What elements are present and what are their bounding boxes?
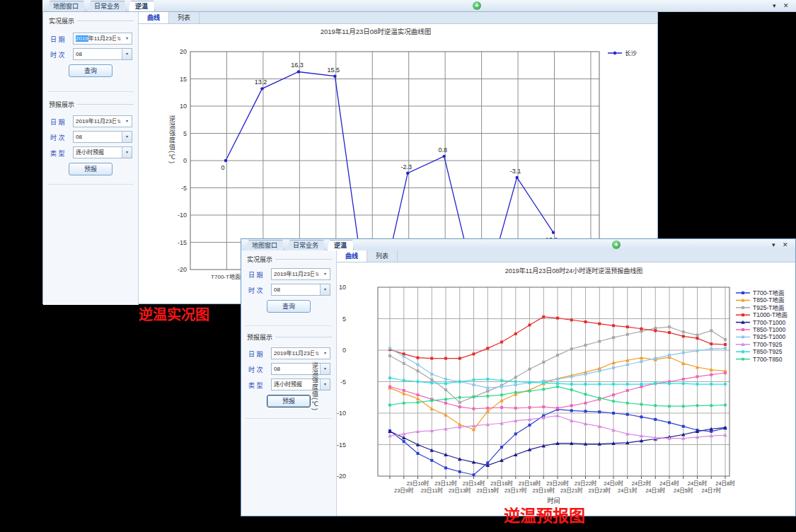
panel-divider	[47, 91, 134, 92]
legend-label: T925-T1000	[753, 333, 786, 340]
chevron-down-icon[interactable]: ▾	[122, 147, 132, 158]
add-tab-icon[interactable]: +	[473, 1, 481, 10]
y-tick-label: -10	[337, 410, 346, 417]
panel-divider	[246, 418, 332, 419]
forecast-time-select[interactable]: 08 ▾	[73, 131, 132, 143]
y-tick-label: 10	[180, 103, 187, 110]
spinner-icon[interactable]: ⇅	[116, 33, 122, 44]
query-button[interactable]: 查询	[69, 64, 113, 77]
tab-inversion[interactable]: 逆温	[327, 240, 354, 251]
type-row: 类 型 逐小时预报 ▾	[241, 378, 336, 391]
actual-time-select[interactable]: 08 ▾	[73, 48, 132, 60]
point-label: 16.3	[291, 62, 304, 69]
x-tick-label: 23日18时	[519, 480, 541, 487]
chevron-down-icon[interactable]: ▾	[320, 284, 330, 295]
x-tick-label: 23日10时	[407, 480, 429, 487]
tab-daily-business[interactable]: 日常业务	[87, 1, 127, 12]
spinner-icon[interactable]: ⇅	[116, 116, 122, 127]
spinner-icon[interactable]: ⇅	[314, 269, 321, 279]
chevron-down-icon[interactable]: ▾	[321, 348, 330, 359]
tab-list[interactable]: 列表	[169, 12, 200, 23]
forecast-button[interactable]: 预报	[69, 163, 113, 175]
x-tick-label: 23日16时	[490, 480, 513, 487]
x-tick-label: 24日4时	[659, 480, 679, 487]
x-tick-label: 24日0时	[604, 480, 623, 487]
legend-label: T700-T1000	[753, 319, 786, 326]
legend-label: T925-T地面	[753, 304, 785, 311]
forecast-button[interactable]: 预报	[267, 395, 311, 407]
actual-control-panel: 实况展示 日 期 2019年11月23日 ⇅ ▾ 时 次 08 ▾ 查询 预报展…	[43, 12, 139, 305]
tab-map-window[interactable]: 地图窗口	[46, 1, 86, 12]
close-icon[interactable]: ✕	[783, 1, 789, 10]
x-tick-label: 24日5时	[674, 487, 693, 494]
actual-time-select[interactable]: 08 ▾	[271, 284, 330, 296]
time-label: 时 次	[248, 365, 263, 374]
actual-group-caption: 实况展示	[49, 16, 134, 25]
x-tick-label: 23日19时	[532, 487, 555, 494]
tab-list[interactable]: 列表	[367, 250, 398, 262]
y-tick-label: -5	[181, 185, 187, 192]
legend-entry: T850-T925	[736, 348, 783, 355]
date-rest: 年11月23日	[88, 35, 116, 42]
y-tick-label: -10	[178, 212, 187, 219]
forecast-date-input[interactable]: 2019年11月23日 ⇅ ▾	[73, 115, 132, 127]
x-tick-label: 24日3时	[645, 487, 665, 494]
date-row: 日 期 2019年11月23日 ⇅ ▾	[241, 347, 336, 360]
forecast-type-select[interactable]: 逐小时预报 ▾	[73, 146, 132, 158]
chevron-down-icon[interactable]: ▾	[122, 33, 132, 44]
forecast-time-select[interactable]: 08 ▾	[271, 363, 330, 375]
close-icon[interactable]: ✕	[783, 241, 788, 249]
legend-entry: T700-T地面	[736, 289, 785, 296]
collapse-icon[interactable]: ▾	[772, 241, 775, 249]
spinner-icon[interactable]: ⇅	[314, 348, 321, 359]
date-row: 日 期 2019年11月23日 ⇅ ▾	[43, 33, 138, 45]
collapse-icon[interactable]: ▾	[773, 1, 776, 10]
tab-curve[interactable]: 曲线	[139, 12, 169, 23]
time-row: 时 次 08 ▾	[43, 131, 138, 144]
y-tick-label: -15	[178, 239, 187, 246]
chevron-down-icon[interactable]: ▾	[122, 132, 132, 142]
chevron-down-icon[interactable]: ▾	[320, 364, 330, 374]
x-tick-label: 23日13时	[449, 487, 471, 494]
tab-map-window[interactable]: 地图窗口	[245, 240, 284, 251]
date-row: 日 期 2019年11月23日 ⇅ ▾	[241, 268, 336, 281]
type-label: 类 型	[50, 149, 65, 158]
tab-curve[interactable]: 曲线	[337, 250, 367, 262]
legend-entry: T850-T1000	[736, 326, 786, 333]
chevron-down-icon[interactable]: ▾	[122, 49, 132, 59]
legend-label: T700-T地面	[753, 289, 785, 296]
actual-annotation: 逆温实况图	[139, 303, 209, 324]
y-tick-label: 20	[180, 48, 187, 55]
chevron-down-icon[interactable]: ▾	[321, 269, 330, 279]
x-tick-label: 23日15时	[476, 487, 499, 494]
view-tabs: 曲线 列表	[139, 12, 657, 24]
y-tick-label: -20	[178, 266, 187, 273]
x-tick-label: 24日8时	[715, 480, 735, 487]
add-tab-icon[interactable]: +	[612, 241, 621, 249]
legend-entry: T1000-T地面	[736, 311, 788, 318]
query-button[interactable]: 查询	[267, 300, 311, 313]
x-tick-label: 24日6时	[688, 480, 708, 487]
legend-label: T1000-T地面	[753, 311, 788, 318]
point-label: 15.5	[328, 66, 340, 74]
view-tabs: 曲线 列表	[337, 250, 795, 262]
forecast-window-tabstrip: 地图窗口 日常业务 逆温 + ▾ ✕	[241, 239, 795, 251]
x-tick-label: 23日20时	[546, 480, 569, 487]
y-tick-label: 5	[342, 316, 346, 323]
time-row: 时 次 08 ▾	[241, 363, 336, 376]
tab-inversion[interactable]: 逆温	[128, 1, 155, 12]
forecast-window-body: 实况展示 日 期 2019年11月23日 ⇅ ▾ 时 次 08 ▾ 查询	[241, 250, 795, 516]
point-label: 0.8	[438, 146, 447, 154]
forecast-date-input[interactable]: 2019年11月23日 ⇅ ▾	[271, 347, 330, 359]
legend-entry: T700-T925	[736, 341, 783, 348]
actual-group-caption: 实况展示	[247, 255, 332, 264]
date-selected-part: 2019	[76, 35, 88, 42]
forecast-type-select[interactable]: 逐小时预报 ▾	[271, 378, 330, 391]
forecast-group-caption: 预报展示	[49, 100, 134, 109]
chevron-down-icon[interactable]: ▾	[122, 116, 132, 127]
tab-daily-business[interactable]: 日常业务	[286, 240, 325, 251]
actual-date-input[interactable]: 2019年11月23日 ⇅ ▾	[73, 33, 132, 45]
actual-date-input[interactable]: 2019年11月23日 ⇅ ▾	[271, 268, 330, 280]
chevron-down-icon[interactable]: ▾	[320, 379, 330, 390]
point-label: 13.2	[255, 79, 267, 86]
